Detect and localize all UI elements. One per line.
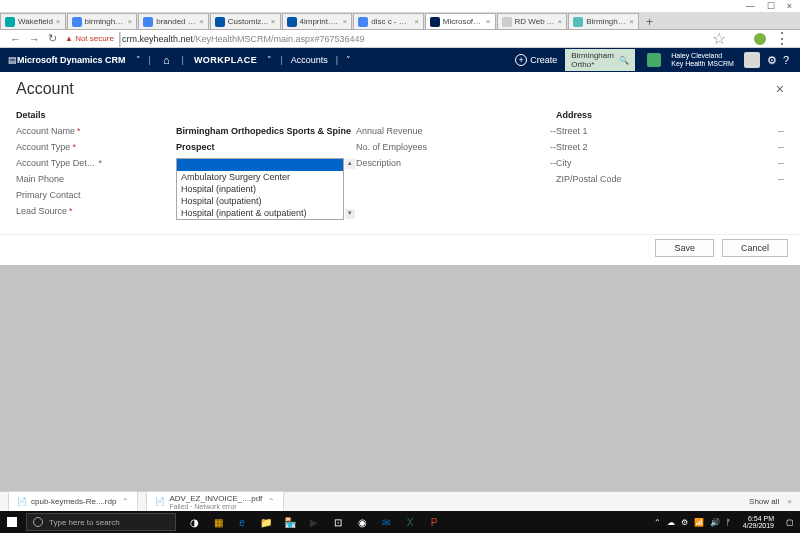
close-tab-icon[interactable]: × xyxy=(128,17,133,26)
back-button[interactable]: ← xyxy=(10,33,21,45)
cancel-button[interactable]: Cancel xyxy=(722,239,788,257)
tray-icon[interactable]: ⚙ xyxy=(681,518,688,527)
taskbar-app[interactable]: ⊡ xyxy=(328,514,348,530)
browser-tab[interactable]: disc c - Go...× xyxy=(353,13,424,29)
browser-tab[interactable]: Birmingha...× xyxy=(568,13,639,29)
address-value[interactable]: -- xyxy=(778,142,784,152)
taskbar-app[interactable]: ▶ xyxy=(304,514,324,530)
workplace-nav[interactable]: WORKPLACE xyxy=(194,55,258,65)
account-type-detail-label: Account Type Det...* xyxy=(16,158,176,168)
pin-icon[interactable] xyxy=(647,53,661,67)
primary-contact-label: Primary Contact xyxy=(16,190,176,200)
metric-row: Description-- xyxy=(356,158,556,168)
download-item[interactable]: 📄ADV_EZ_INVOICE_....pdfFailed · Network … xyxy=(146,491,284,513)
scroll-down-icon[interactable]: ▾ xyxy=(345,209,355,219)
user-info[interactable]: Haley Cleveland Key Health MSCRM xyxy=(671,52,734,67)
app-switcher-icon[interactable]: ▤ xyxy=(8,55,17,65)
browser-tab[interactable]: Wakefield× xyxy=(0,13,66,29)
avatar[interactable] xyxy=(744,52,760,68)
metric-row: No. of Employees-- xyxy=(356,142,556,152)
taskbar-app[interactable]: X xyxy=(400,514,420,530)
tray-icon[interactable]: ᚠ xyxy=(726,518,731,527)
close-tab-icon[interactable]: × xyxy=(56,17,61,26)
menu-icon[interactable]: ⋮ xyxy=(774,29,790,48)
taskbar-search-input[interactable]: Type here to search xyxy=(26,513,176,531)
account-type-value[interactable]: Prospect xyxy=(176,142,356,152)
gear-icon[interactable]: ⚙ xyxy=(767,54,777,67)
address-value[interactable]: -- xyxy=(778,126,784,136)
not-secure-badge[interactable]: ▲ Not secure xyxy=(65,34,114,43)
taskbar-app[interactable]: ◑ xyxy=(184,514,204,530)
crm-brand[interactable]: Microsoft Dynamics CRM xyxy=(17,55,126,65)
crm-search-input[interactable]: Birmingham Ortho* 🔍 xyxy=(565,49,635,71)
tray-icon[interactable]: 🔊 xyxy=(710,518,720,527)
favicon xyxy=(502,17,512,27)
taskbar-app[interactable]: ✉ xyxy=(376,514,396,530)
close-tab-icon[interactable]: × xyxy=(271,17,276,26)
close-tab-icon[interactable]: × xyxy=(558,17,563,26)
chevron-up-icon[interactable]: ⌃ xyxy=(122,497,129,506)
clock[interactable]: 6:54 PM 4/29/2019 xyxy=(737,515,780,529)
taskbar-app[interactable]: e xyxy=(232,514,252,530)
accounts-nav[interactable]: Accounts xyxy=(291,55,328,65)
close-tab-icon[interactable]: × xyxy=(199,17,204,26)
browser-tab[interactable]: branded p...× xyxy=(138,13,209,29)
browser-tab[interactable]: 4imprint.c...× xyxy=(282,13,353,29)
address-label: ZIP/Postal Code xyxy=(556,174,622,184)
tray-icon[interactable]: ☁ xyxy=(667,518,675,527)
browser-tab[interactable]: Customiz...× xyxy=(210,13,281,29)
browser-tab[interactable]: Microsoft ...× xyxy=(425,13,496,29)
close-downloads-icon[interactable]: × xyxy=(787,497,792,506)
dropdown-selected[interactable] xyxy=(177,159,343,171)
accounts-dropdown-icon[interactable]: ˅ xyxy=(346,55,351,65)
account-name-value[interactable]: Birmingham Orthopedics Sports & Spine xyxy=(176,126,356,136)
tray-icon[interactable]: 📶 xyxy=(694,518,704,527)
taskbar-app[interactable]: 📁 xyxy=(256,514,276,530)
dropdown-option[interactable]: Hospital (inpatient & outpatient) xyxy=(177,207,343,219)
tray-icon[interactable]: ⌃ xyxy=(654,518,661,527)
address-value[interactable]: -- xyxy=(778,174,784,184)
metric-label: Description xyxy=(356,158,401,168)
star-icon[interactable]: ☆ xyxy=(712,29,726,48)
tab-label: Microsoft ... xyxy=(443,17,483,26)
workplace-dropdown-icon[interactable]: ˅ xyxy=(267,55,272,65)
download-item[interactable]: 📄cpub-keymeds-Re....rdp⌃ xyxy=(8,491,138,513)
browser-tab[interactable]: RD Web A...× xyxy=(497,13,568,29)
new-tab-button[interactable]: + xyxy=(640,15,659,29)
maximize-button[interactable]: ☐ xyxy=(767,1,775,11)
address-label: Street 1 xyxy=(556,126,588,136)
home-icon[interactable]: ⌂ xyxy=(163,54,170,66)
tab-label: birmingha... xyxy=(85,17,125,26)
notifications-icon[interactable]: ▢ xyxy=(780,518,800,527)
dropdown-option[interactable]: Ambulatory Surgery Center xyxy=(177,171,343,183)
help-icon[interactable]: ? xyxy=(783,54,789,66)
close-window-button[interactable]: × xyxy=(787,1,792,11)
minimize-button[interactable]: — xyxy=(746,1,755,11)
save-button[interactable]: Save xyxy=(655,239,714,257)
url-input[interactable]: crm.keyhealth.net/KeyHealthMSCRM/main.as… xyxy=(122,34,712,44)
chevron-up-icon[interactable]: ⌃ xyxy=(268,497,275,506)
taskbar-app[interactable]: P xyxy=(424,514,444,530)
close-tab-icon[interactable]: × xyxy=(486,17,491,26)
main-phone-label: Main Phone xyxy=(16,174,176,184)
taskbar-app[interactable]: ◉ xyxy=(352,514,372,530)
create-button[interactable]: + Create xyxy=(515,54,557,66)
close-tab-icon[interactable]: × xyxy=(629,17,634,26)
close-icon[interactable]: × xyxy=(776,81,784,97)
reload-button[interactable]: ↻ xyxy=(48,32,57,45)
profile-icon[interactable] xyxy=(754,33,766,45)
close-tab-icon[interactable]: × xyxy=(414,17,419,26)
close-tab-icon[interactable]: × xyxy=(343,17,348,26)
account-type-detail-dropdown[interactable]: Ambulatory Surgery CenterHospital (inpat… xyxy=(176,158,344,220)
show-all-downloads[interactable]: Show all xyxy=(749,497,779,506)
browser-tab[interactable]: birmingha...× xyxy=(67,13,138,29)
brand-dropdown-icon[interactable]: ˅ xyxy=(136,55,141,65)
scroll-up-icon[interactable]: ▴ xyxy=(345,159,355,169)
address-value[interactable]: -- xyxy=(778,158,784,168)
dropdown-option[interactable]: Hospital (inpatient) xyxy=(177,183,343,195)
taskbar-app[interactable]: 🏪 xyxy=(280,514,300,530)
dropdown-option[interactable]: Hospital (outpatient) xyxy=(177,195,343,207)
forward-button[interactable]: → xyxy=(29,33,40,45)
taskbar-app[interactable]: ▦ xyxy=(208,514,228,530)
start-button[interactable] xyxy=(0,511,24,533)
